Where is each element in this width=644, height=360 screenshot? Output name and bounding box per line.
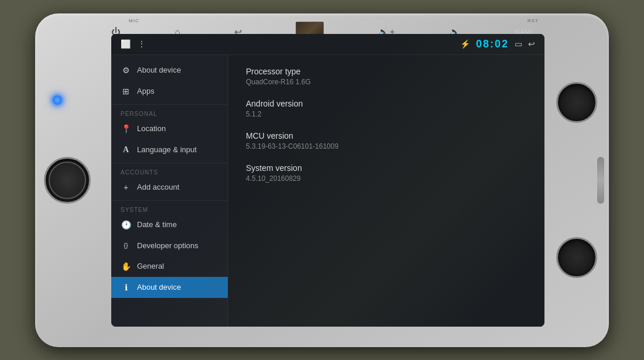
language-icon: A (121, 145, 131, 155)
main-content: ⚙ About device ⊞ Apps PERSONAL 📍 Locatio… (111, 55, 544, 327)
sidebar-item-add-account[interactable]: + Add account (111, 177, 228, 198)
info-value-android: 5.1.2 (246, 110, 527, 118)
sidebar-item-label: Add account (137, 183, 179, 191)
divider (111, 163, 228, 163)
developer-icon: {} (121, 242, 131, 249)
info-row-android: Android version 5.1.2 (246, 99, 527, 118)
sidebar-item-date-time[interactable]: 🕐 Date & time (111, 214, 228, 235)
speaker-cone-right-bottom (556, 237, 597, 278)
apps-icon: ⊞ (121, 87, 131, 96)
info-label-system: System version (246, 163, 527, 173)
section-accounts: ACCOUNTS (111, 166, 228, 177)
speaker-right (544, 13, 609, 347)
info-value-mcu: 5.3.19-63-13-C06101-161009 (246, 142, 527, 150)
speaker-cone-left (44, 157, 91, 204)
sidebar-item-label: About device (137, 66, 181, 74)
status-right: ⚡ 08:02 ▭ ↩ (460, 38, 535, 50)
speaker-left (35, 13, 100, 347)
sidebar-item-label: Date & time (137, 220, 177, 229)
divider (111, 104, 228, 105)
divider (111, 200, 228, 201)
sidebar-item-label: Location (137, 124, 166, 133)
device-shell: MIC RST ⏻ ⌂ ↩ 🔊+ 🔉 NAVI ⬜ ⋮ ⚡ 08:02 ▭ ↩ (35, 13, 609, 347)
screen: ⬜ ⋮ ⚡ 08:02 ▭ ↩ ⚙ About device ⊞ (111, 34, 544, 327)
gear-icon: ⚙ (121, 66, 131, 75)
battery-icon: ▭ (515, 39, 522, 49)
back-icon[interactable]: ↩ (528, 39, 535, 49)
location-icon: 📍 (121, 124, 131, 133)
sidebar-item-general[interactable]: ✋ General (111, 256, 228, 277)
bluetooth-icon: ⚡ (460, 39, 470, 49)
sidebar-item-label: Apps (137, 87, 155, 95)
sidebar-item-label: General (137, 262, 164, 270)
speaker-strip (597, 157, 604, 204)
clock-icon: 🕐 (121, 220, 131, 229)
info-label-android: Android version (246, 99, 527, 108)
led-indicator (53, 95, 62, 105)
info-value-processor: QuadCore-R16 1.6G (246, 78, 527, 86)
sidebar-item-about-device-top[interactable]: ⚙ About device (111, 60, 228, 81)
status-left: ⬜ ⋮ (121, 39, 146, 49)
info-value-system: 4.5.10_20160829 (246, 174, 527, 183)
content-panel: Processor type QuadCore-R16 1.6G Android… (228, 55, 544, 327)
sidebar-item-label: About device (137, 283, 181, 292)
info-label-processor: Processor type (246, 67, 527, 76)
info-row-mcu: MCU version 5.3.19-63-13-C06101-161009 (246, 131, 527, 150)
sidebar: ⚙ About device ⊞ Apps PERSONAL 📍 Locatio… (111, 55, 228, 327)
sidebar-item-label: Language & input (137, 145, 197, 154)
status-time: 08:02 (476, 38, 509, 50)
info-row-system: System version 4.5.10_20160829 (246, 163, 527, 183)
menu-icon: ⋮ (138, 39, 146, 49)
sidebar-item-location[interactable]: 📍 Location (111, 118, 228, 139)
info-row-processor: Processor type QuadCore-R16 1.6G (246, 67, 527, 86)
sidebar-item-label: Developer options (137, 241, 198, 250)
info-icon: ℹ (121, 283, 131, 292)
sidebar-item-language[interactable]: A Language & input (111, 139, 228, 160)
section-system: SYSTEM (111, 203, 228, 214)
info-label-mcu: MCU version (246, 131, 527, 140)
sidebar-item-apps[interactable]: ⊞ Apps (111, 81, 228, 102)
status-bar: ⬜ ⋮ ⚡ 08:02 ▭ ↩ (111, 34, 544, 55)
hand-icon: ✋ (121, 262, 131, 271)
home-icon: ⬜ (121, 39, 131, 49)
sidebar-item-about-device[interactable]: ℹ About device (111, 277, 228, 298)
speaker-cone-right-top (556, 82, 597, 123)
sidebar-item-developer[interactable]: {} Developer options (111, 235, 228, 256)
section-personal: PERSONAL (111, 107, 228, 118)
add-icon: + (121, 183, 131, 192)
